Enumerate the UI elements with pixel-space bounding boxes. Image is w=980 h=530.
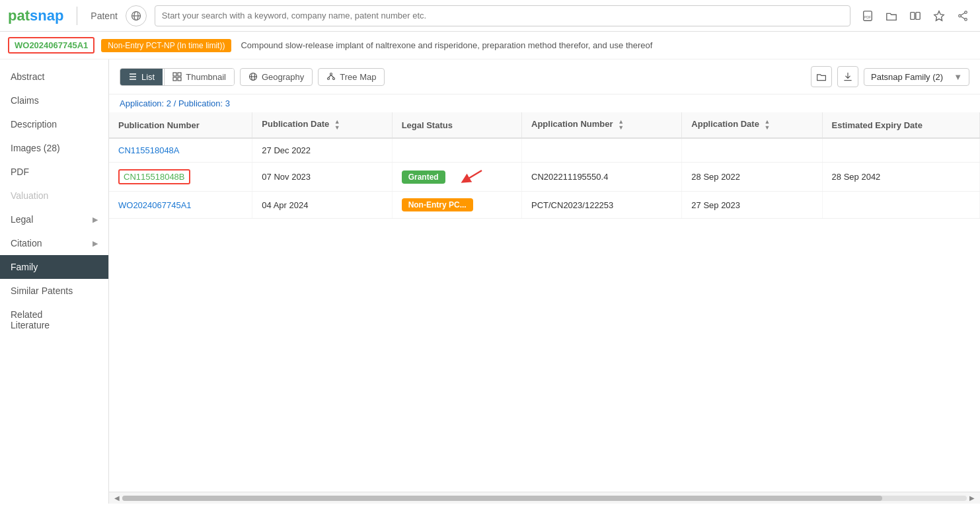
citation-arrow-icon: ▶ <box>93 239 98 248</box>
scroll-track[interactable] <box>122 496 967 501</box>
sidebar-label-valuation: Valuation <box>11 190 48 201</box>
download-button[interactable] <box>837 66 858 87</box>
sidebar-label-similar-patents: Similar Patents <box>11 285 73 296</box>
table-row: CN115518048B 07 Nov 2023 Granted CN20221… <box>109 163 980 192</box>
cell-legal-status-2: Granted <box>392 163 521 192</box>
col-pub-number-label: Publication Number <box>118 120 200 130</box>
sidebar-label-abstract: Abstract <box>11 71 44 82</box>
sidebar-label-claims: Claims <box>11 95 39 106</box>
patent-id[interactable]: WO2024067745A1 <box>8 37 94 54</box>
sidebar-label-pdf: PDF <box>11 167 29 177</box>
non-entry-badge: Non-Entry PC... <box>402 198 473 211</box>
svg-rect-5 <box>911 12 915 19</box>
horizontal-scrollbar[interactable]: ◀ ▶ <box>109 492 980 504</box>
svg-point-8 <box>965 11 967 13</box>
compare-icon-btn[interactable] <box>906 7 924 25</box>
cell-pub-date-2: 07 Nov 2023 <box>252 163 392 192</box>
svg-rect-19 <box>178 77 181 81</box>
app-date-sort-icon: ▲▼ <box>765 119 771 131</box>
folder-icon-btn[interactable] <box>882 7 901 25</box>
cell-app-number-3: PCT/CN2023/122253 <box>522 192 682 219</box>
sidebar-item-abstract[interactable]: Abstract <box>0 65 108 89</box>
tree-map-view-button[interactable]: Tree Map <box>318 68 385 86</box>
geography-view-button[interactable]: Geography <box>240 68 313 86</box>
svg-point-10 <box>959 15 961 17</box>
table-row: CN115518048A 27 Dec 2022 <box>109 138 980 163</box>
app-number-sort-icon: ▲▼ <box>618 119 624 131</box>
logo-snap: snap <box>30 7 63 24</box>
sidebar-item-pdf[interactable]: PDF <box>0 160 108 184</box>
tree-map-label: Tree Map <box>340 72 376 82</box>
thumbnail-view-button[interactable]: Thumbnail <box>164 69 234 85</box>
pub-date-sort-icon: ▲▼ <box>334 119 340 131</box>
main-layout: Abstract Claims Description Images (28) … <box>0 59 980 504</box>
pub-number-link-1[interactable]: CN115518048A <box>118 145 180 155</box>
sidebar-item-valuation[interactable]: Valuation <box>0 184 108 208</box>
share-icon-btn[interactable] <box>954 7 972 25</box>
patent-bar: WO2024067745A1 Non-Entry PCT-NP (In time… <box>0 32 980 59</box>
sidebar-item-description[interactable]: Description <box>0 112 108 136</box>
col-pub-date[interactable]: Publication Date ▲▼ <box>252 112 392 138</box>
logo: patsnap <box>8 7 63 24</box>
col-legal-status-label: Legal Status <box>402 120 453 130</box>
header-patent-label: Patent <box>91 11 117 21</box>
svg-line-27 <box>331 75 334 78</box>
cell-app-number-2: CN202211195550.4 <box>522 163 682 192</box>
col-pub-date-label: Publication Date <box>262 119 329 129</box>
sidebar-item-citation[interactable]: Citation ▶ <box>0 231 108 255</box>
list-view-button[interactable]: List <box>120 69 163 85</box>
thumbnail-label: Thumbnail <box>186 72 226 82</box>
sidebar-item-similar-patents[interactable]: Similar Patents <box>0 279 108 303</box>
cell-pub-date-3: 04 Apr 2024 <box>252 192 392 219</box>
header: patsnap Patent PDF <box>0 0 980 32</box>
search-input[interactable] <box>155 5 850 26</box>
cell-app-date-2: 28 Sep 2022 <box>682 163 822 192</box>
star-icon-btn[interactable] <box>930 7 948 25</box>
col-app-number[interactable]: Application Number ▲▼ <box>522 112 682 138</box>
sidebar-item-related-literature[interactable]: RelatedLiterature <box>0 303 108 337</box>
sidebar-item-claims[interactable]: Claims <box>0 89 108 112</box>
family-dropdown-label: Patsnap Family (2) <box>871 72 943 82</box>
family-dropdown-chevron: ▼ <box>954 72 962 82</box>
col-est-expiry: Estimated Expiry Date <box>822 112 979 138</box>
cell-legal-status-1 <box>392 138 521 163</box>
cell-pub-number-2: CN115518048B <box>109 163 252 192</box>
logo-pat: pat <box>8 7 30 24</box>
pub-number-link-2[interactable]: CN115518048B <box>118 169 190 184</box>
col-app-number-label: Application Number <box>531 119 613 129</box>
col-legal-status: Legal Status <box>392 112 521 138</box>
legal-arrow-icon: ▶ <box>93 215 98 224</box>
sidebar-item-legal[interactable]: Legal ▶ <box>0 208 108 231</box>
cell-pub-number-3: WO2024067745A1 <box>109 192 252 219</box>
cell-app-date-1 <box>682 138 822 163</box>
svg-rect-6 <box>916 12 920 19</box>
globe-search-icon[interactable] <box>126 5 147 26</box>
cell-est-expiry-3 <box>822 192 979 219</box>
cell-legal-status-3: Non-Entry PC... <box>392 192 521 219</box>
col-app-date-label: Application Date <box>691 119 759 129</box>
sidebar-label-description: Description <box>11 119 57 130</box>
cell-app-number-1 <box>522 138 682 163</box>
sidebar-item-images[interactable]: Images (28) <box>0 136 108 160</box>
patent-table: Publication Number Publication Date ▲▼ L… <box>109 112 980 492</box>
svg-line-11 <box>961 13 965 15</box>
scroll-right-button[interactable]: ▶ <box>967 493 977 504</box>
family-dropdown[interactable]: Patsnap Family (2) ▼ <box>864 68 969 86</box>
header-divider <box>77 7 77 25</box>
scroll-left-button[interactable]: ◀ <box>112 493 122 504</box>
sidebar-item-family[interactable]: Family <box>0 255 108 279</box>
svg-rect-17 <box>178 73 181 76</box>
cell-app-date-3: 27 Sep 2023 <box>682 192 822 219</box>
save-folder-button[interactable] <box>811 66 832 87</box>
toolbar-right: Patsnap Family (2) ▼ <box>811 66 969 87</box>
sidebar-label-family: Family <box>11 262 38 272</box>
scroll-thumb[interactable] <box>122 496 882 501</box>
sidebar-label-related-literature: RelatedLiterature <box>11 309 50 330</box>
col-app-date[interactable]: Application Date ▲▼ <box>682 112 822 138</box>
pdf-icon-btn[interactable]: PDF <box>858 7 877 25</box>
cell-est-expiry-2: 28 Sep 2042 <box>822 163 979 192</box>
pub-number-link-3[interactable]: WO2024067745A1 <box>118 200 192 210</box>
list-label: List <box>141 72 155 82</box>
content-area: List Thumbnail Geography Tree Map <box>109 59 980 504</box>
sidebar-label-legal: Legal <box>11 214 33 225</box>
